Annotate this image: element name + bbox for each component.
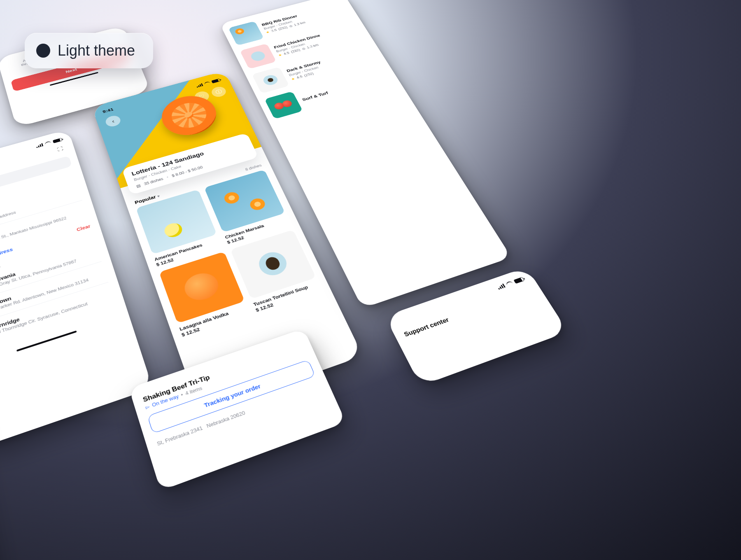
theme-badge: Light theme [25, 33, 153, 68]
list-thumb [240, 44, 276, 69]
dish-card[interactable]: Tuscan Tortellini Soup $ 12.52 [230, 230, 322, 313]
star-icon: ★ [290, 77, 296, 81]
star-icon: ★ [277, 53, 283, 57]
wifi-icon [204, 81, 210, 85]
star-icon: ★ [265, 30, 270, 34]
info-icon[interactable]: ⓘ [210, 85, 228, 98]
list-thumb [252, 67, 289, 93]
list-thumb [228, 21, 264, 46]
pin-icon: ◍ [288, 24, 293, 28]
route-icon: ▻ [145, 404, 151, 410]
signal-icon [36, 143, 43, 148]
list-thumb [264, 91, 303, 119]
wifi-icon [44, 141, 51, 145]
map-icon[interactable]: ⛶ [54, 144, 66, 154]
signal-icon [196, 83, 203, 88]
home-indicator [16, 331, 77, 352]
pin-icon: ◍ [301, 47, 306, 50]
battery-icon [211, 78, 221, 83]
chevron-down-icon: ▾ [157, 194, 161, 198]
signal-icon [496, 284, 506, 290]
status-time: 9:41 [102, 107, 114, 114]
menu-icon: ▤ [135, 183, 141, 188]
wifi-icon [506, 281, 514, 287]
back-button[interactable]: ‹ [104, 114, 122, 128]
sun-icon [36, 44, 50, 58]
row-recent[interactable]: ◷ Thornridge 2118 Thornridge Cir. Syracu… [0, 282, 115, 350]
screen-tracking: Shaking Beef Tri-Tip ▻ On the way • 4 it… [129, 329, 346, 491]
popular-count: 8 dishes [245, 163, 262, 171]
battery-icon [53, 138, 63, 143]
theme-badge-label: Light theme [58, 42, 135, 59]
